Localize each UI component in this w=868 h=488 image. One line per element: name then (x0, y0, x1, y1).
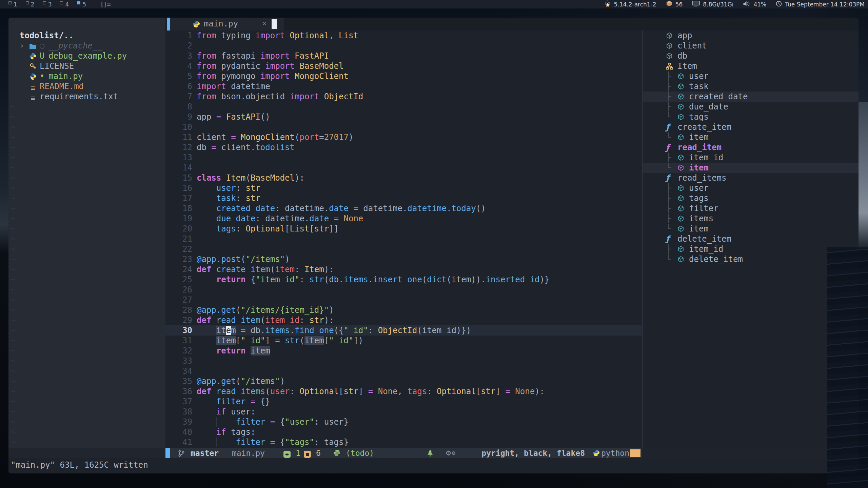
code-line-1[interactable]: 1from typing import Optional, List (165, 30, 642, 41)
workspace-button-2[interactable]: 2 (30, 1, 35, 8)
code-token: ( (236, 377, 241, 386)
code-token: { (246, 275, 256, 284)
code-token: due_date (216, 214, 256, 223)
symbol-db[interactable]: db (643, 51, 859, 61)
code-line-25[interactable]: 25 return {"item_id": str(db.items.inser… (165, 274, 642, 285)
symbol-client[interactable]: client (643, 41, 859, 51)
code-line-13[interactable]: 13 (165, 152, 642, 163)
symbol-label: item (689, 132, 709, 142)
symbol-Item[interactable]: Item (643, 61, 859, 71)
chevron-right-icon[interactable]: › (20, 41, 24, 51)
code-line-29[interactable]: 29def read_item(item_id: str): (165, 315, 642, 325)
symbol-read_item[interactable]: ƒread_item (643, 142, 859, 152)
code-line-27[interactable]: 27 (165, 295, 642, 305)
symbol-item_id[interactable]: ├item_id (643, 244, 859, 254)
code-token (211, 316, 216, 325)
code-line-38[interactable]: 38 if user: (165, 407, 642, 417)
code-line-21[interactable]: 21 (165, 234, 642, 244)
line-number: 32 (165, 346, 197, 356)
code-line-9[interactable]: 9app = FastAPI() (165, 112, 642, 122)
code-line-10[interactable]: 10 (165, 122, 642, 132)
code-line-4[interactable]: 4from pydantic import BaseModel (165, 61, 642, 71)
workspace-button-1[interactable]: 1 (13, 1, 17, 8)
symbol-item[interactable]: └item (643, 132, 859, 142)
symbol-item[interactable]: └item (643, 224, 859, 234)
symbol-task[interactable]: ├task (643, 81, 859, 92)
code-line-6[interactable]: 6import datetime (165, 81, 642, 92)
code-line-22[interactable]: 22 (165, 244, 642, 254)
symbol-create_item[interactable]: ƒcreate_item (643, 122, 859, 132)
tab-close-icon[interactable]: ✕ (262, 19, 267, 27)
symbol-delete_item[interactable]: └delete_item (643, 254, 859, 264)
workspace-button-3[interactable]: 3 (47, 1, 52, 8)
code-line-5[interactable]: 5from pymongo import MongoClient (165, 71, 642, 81)
file-tree-item-README.md[interactable]: ≡README.md (8, 81, 165, 92)
code-line-3[interactable]: 3from fastapi import FastAPI (165, 51, 642, 61)
code-line-26[interactable]: 26 (165, 285, 642, 295)
code-line-23[interactable]: 23@app.post("/items") (165, 254, 642, 264)
file-tree-item-LICENSE[interactable]: LICENSE (8, 61, 165, 71)
code-line-31[interactable]: 31 item["_id"] = str(item["_id"]) (165, 336, 642, 346)
code-token: = (353, 204, 358, 213)
symbol-item_id[interactable]: ├item_id (643, 152, 859, 163)
symbol-created_date[interactable]: ├created_date (643, 92, 859, 102)
code-line-41[interactable]: 41 filter = {"tags": tags} (165, 437, 642, 447)
code-line-14[interactable]: 14 (165, 163, 642, 173)
code-line-19[interactable]: 19 due_date: datetime.date = None (165, 214, 642, 224)
code-line-11[interactable]: 11client = MongoClient(port=27017) (165, 132, 642, 142)
tree-connector: └ (666, 254, 677, 264)
symbol-read_items[interactable]: ƒread_items (643, 173, 859, 183)
code-line-33[interactable]: 33 (165, 356, 642, 366)
code-token: None (515, 387, 535, 396)
code-line-24[interactable]: 24def create_item(item: Item): (165, 264, 642, 274)
symbol-tags[interactable]: ├tags (643, 193, 859, 203)
code-line-15[interactable]: 15class Item(BaseModel): (165, 173, 642, 183)
symbol-label: tags (689, 193, 709, 203)
code-line-16[interactable]: 16 user: str (165, 183, 642, 193)
code-token (510, 387, 515, 396)
code-line-34[interactable]: 34 (165, 366, 642, 376)
code-line-32[interactable]: 32 return item (165, 346, 642, 356)
code-line-2[interactable]: 2 (165, 41, 642, 51)
code-line-12[interactable]: 12db = client.todolist (165, 142, 642, 152)
symbol-tags[interactable]: └tags (643, 112, 859, 122)
code-line-20[interactable]: 20 tags: Optional[List[str]] (165, 224, 642, 234)
code-line-17[interactable]: 17 task: str (165, 193, 642, 203)
empty-line-tilde: ~ (11, 274, 21, 285)
file-tree-item-__pycache__[interactable]: ›◌__pycache__ (8, 41, 165, 51)
file-tree-item-debug_example.py[interactable]: Udebug_example.py (8, 51, 165, 61)
file-explorer-root[interactable]: todolist/.. (8, 30, 177, 41)
symbol-user[interactable]: ├user (643, 71, 859, 81)
code-line-18[interactable]: 18 created_date: datetime.date = datetim… (165, 203, 642, 214)
code-line-30[interactable]: 30 item = db.items.find_one({"_id": Obje… (165, 325, 642, 336)
code-line-37[interactable]: 37 filter = {} (165, 396, 642, 407)
symbol-delete_item[interactable]: ƒdelete_item (643, 234, 859, 244)
statusline-filename: main.py (232, 448, 265, 458)
workspace-button-5[interactable]: 5 (82, 1, 86, 8)
symbol-items[interactable]: ├items (643, 214, 859, 224)
code-line-40[interactable]: 40 if tags: (165, 427, 642, 437)
git-status-marker: U (40, 51, 44, 61)
code-line-36[interactable]: 36def read_items(user: Optional[str] = N… (165, 386, 642, 396)
code-token: item (304, 336, 324, 345)
tab-filename[interactable]: main.py (204, 19, 238, 28)
file-tree-item-main.py[interactable]: •main.py (8, 71, 165, 81)
bar-module-text: Tue September 14 12:03PM (785, 1, 865, 8)
git-added-icon: + (283, 451, 291, 458)
code-line-8[interactable]: 8 (165, 102, 642, 112)
workspace-button-4[interactable]: 4 (64, 1, 69, 8)
code-line-39[interactable]: 39 filter = {"user": user} (165, 417, 642, 427)
code-line-28[interactable]: 28@app.get("/items/{item_id}") (165, 305, 642, 315)
code-line-35[interactable]: 35@app.get("/items") (165, 376, 642, 386)
symbol-due_date[interactable]: ├due_date (643, 102, 859, 112)
code-line-7[interactable]: 7from bson.objectid import ObjectId (165, 92, 642, 102)
file-tree-item-requirements.txt[interactable]: ≡requirements.txt (8, 92, 165, 102)
code-editor[interactable]: 1from typing import Optional, List23from… (165, 30, 642, 448)
line-number: 37 (165, 396, 197, 407)
code-token: datetime (265, 214, 304, 223)
indent-guide (197, 183, 216, 193)
symbol-user[interactable]: ├user (643, 183, 859, 193)
symbol-item[interactable]: └item (643, 163, 859, 173)
symbol-filter[interactable]: ├filter (643, 203, 859, 214)
symbol-app[interactable]: app (643, 30, 859, 41)
